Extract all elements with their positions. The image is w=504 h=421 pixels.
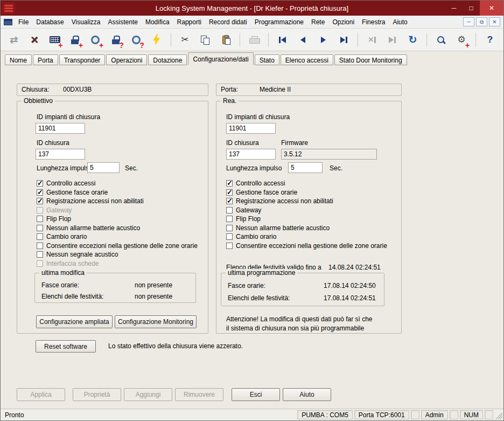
actual-checkbox-consentire-eccezioni-nella-gestione-delle-zone-orarie[interactable]: Consentire eccezioni nella gestione dell… — [226, 241, 387, 250]
reset-software-button[interactable]: Reset software — [36, 340, 96, 353]
maximize-button[interactable]: □ — [463, 1, 480, 16]
new-lock-button[interactable]: + — [66, 31, 84, 49]
cut-button[interactable]: ✂ — [176, 31, 194, 49]
checkbox-box[interactable] — [226, 198, 233, 204]
obbiettivo-group: Obbiettivo ID impianti di chiusura 11901… — [17, 101, 208, 334]
target-checkbox-nessun-segnale-acustico[interactable]: Nessun segnale acustico — [37, 250, 118, 258]
checkbox-box[interactable] — [226, 189, 233, 196]
program-button[interactable] — [148, 31, 166, 49]
mdi-minimize-button[interactable]: ─ — [463, 17, 474, 26]
paste-button[interactable] — [216, 31, 235, 49]
previous-record-button[interactable] — [294, 31, 312, 49]
last-record-button[interactable] — [334, 31, 353, 49]
previous-record-icon — [300, 37, 305, 43]
actual-checkbox-flip-flop[interactable]: Flip Flop — [226, 215, 261, 223]
checkbox-box[interactable] — [37, 180, 43, 187]
target-checkbox-gestione-fasce-orarie[interactable]: Gestione fasce orarie — [37, 188, 108, 196]
menu-item-record-didati[interactable]: Record didati — [205, 16, 251, 28]
target-checkbox-flip-flop[interactable]: Flip Flop — [37, 215, 71, 223]
ultima-modifica-row-value: non presente — [135, 293, 172, 300]
tab-porta[interactable]: Porta — [33, 54, 58, 65]
footer-button-aiuto[interactable]: Aiuto — [283, 388, 331, 401]
target-checkbox-nessun-allarme-batterie-acustico[interactable]: Nessun allarme batterie acustico — [37, 224, 140, 232]
checkbox-box[interactable] — [226, 180, 233, 187]
target-id-impianti-input[interactable]: 11901 — [36, 123, 85, 134]
resize-grip[interactable] — [495, 412, 502, 419]
target-checkbox-controllo-accessi[interactable]: Controllo accessi — [37, 179, 95, 187]
disconnect-button[interactable]: ✕ — [25, 31, 44, 49]
search-button[interactable] — [432, 31, 450, 49]
menu-item-file[interactable]: File — [15, 16, 32, 28]
actual-lunghezza-input[interactable]: 5 — [288, 162, 323, 173]
target-checkbox-cambio-orario[interactable]: Cambio orario — [37, 232, 87, 240]
document-icon[interactable] — [4, 19, 12, 25]
mdi-close-button[interactable]: ✕ — [489, 17, 500, 26]
configurazione-monitoring-button[interactable]: Configurazione Monitoring — [115, 315, 197, 328]
options-gear-button[interactable]: ⚙+ — [452, 31, 471, 49]
minimize-button[interactable]: ─ — [445, 1, 463, 16]
checkbox-box[interactable] — [37, 189, 43, 196]
actual-checkbox-gestione-fasce-orarie[interactable]: Gestione fasce orarie — [226, 188, 297, 196]
actual-checkbox-nessun-allarme-batterie-acustico[interactable]: Nessun allarme batterie acustico — [226, 224, 330, 232]
read-lock-button[interactable]: ? — [107, 31, 125, 49]
tab-stato-door-monitoring[interactable]: Stato Door Monitoring — [334, 54, 407, 65]
toolbar-separator — [426, 33, 427, 47]
read-transponder-button[interactable]: ? — [127, 31, 145, 49]
refresh-button[interactable]: ↻ — [404, 31, 422, 49]
menu-item-modifica[interactable]: Modifica — [142, 16, 173, 28]
menu-item-opzioni[interactable]: Opzioni — [328, 16, 358, 28]
new-locking-system-button[interactable]: + — [46, 31, 64, 49]
copy-button[interactable] — [196, 31, 214, 49]
app-menu-icon[interactable] — [2, 2, 15, 14]
actual-checkbox-controllo-accessi[interactable]: Controllo accessi — [226, 179, 285, 187]
menu-item-aiuto[interactable]: Aiuto — [389, 16, 411, 28]
checkbox-box[interactable] — [226, 207, 233, 213]
menu-item-rete[interactable]: Rete — [307, 16, 328, 28]
menu-item-assistente[interactable]: Assistente — [104, 16, 142, 28]
target-id-chiusura-input[interactable]: 137 — [36, 149, 85, 160]
target-lunghezza-input[interactable]: 5 — [87, 162, 120, 173]
menu-item-database[interactable]: Database — [32, 16, 67, 28]
tab-transponder[interactable]: Transponder — [59, 54, 106, 65]
actual-checkbox-gateway[interactable]: Gateway — [226, 206, 261, 214]
checkbox-box[interactable] — [37, 198, 43, 204]
next-record-button[interactable] — [314, 31, 332, 49]
actual-checkbox-cambio-orario[interactable]: Cambio orario — [226, 232, 276, 240]
new-transponder-button[interactable]: + — [86, 31, 104, 49]
close-button[interactable]: ✕ — [480, 1, 503, 16]
checkbox-box[interactable] — [226, 216, 233, 222]
tab-operazioni[interactable]: Operazioni — [106, 54, 147, 65]
rea-group-title: Rea. — [221, 97, 239, 105]
checkbox-box[interactable] — [37, 216, 43, 222]
footer-button-esci[interactable]: Esci — [232, 388, 280, 401]
menu-item-finestra[interactable]: Finestra — [358, 16, 389, 28]
ultima-programmazione-row-label: Fasce orarie: — [228, 282, 265, 289]
target-checkbox-consentire-eccezioni-nella-gestione-delle-zone-orarie[interactable]: Consentire eccezioni nella gestione dell… — [37, 241, 198, 250]
checkbox-box[interactable] — [37, 251, 43, 258]
actual-checkbox-registrazione-accessi-non-abilitati[interactable]: Registrazione accessi non abilitati — [226, 197, 333, 205]
checkbox-box[interactable] — [226, 243, 233, 249]
last-record-icon — [340, 37, 347, 43]
checkbox-box[interactable] — [37, 233, 43, 240]
actual-id-chiusura-input[interactable]: 137 — [226, 149, 276, 160]
tab-configurazione-dati[interactable]: Configurazione/dati — [188, 52, 253, 65]
checkbox-label: Nessun segnale acustico — [46, 251, 118, 258]
help-button[interactable]: ? — [481, 31, 499, 49]
help-icon: ? — [487, 35, 493, 44]
menu-item-visualizza[interactable]: Visualizza — [68, 16, 104, 28]
tab-nome[interactable]: Nome — [5, 54, 32, 65]
tab-elenco-accessi[interactable]: Elenco accessi — [281, 54, 333, 65]
menu-item-rapporti[interactable]: Rapporti — [173, 16, 205, 28]
mdi-restore-button[interactable]: ⧉ — [476, 17, 487, 26]
checkbox-box[interactable] — [226, 233, 233, 240]
checkbox-box[interactable] — [37, 243, 43, 249]
checkbox-box[interactable] — [37, 225, 43, 231]
actual-id-impianti-input[interactable]: 11901 — [226, 123, 276, 134]
configurazione-ampliata-button[interactable]: Configurazione ampliata — [36, 315, 113, 328]
checkbox-box[interactable] — [226, 225, 233, 231]
menu-item-programmazione[interactable]: Programmazione — [251, 16, 307, 28]
target-checkbox-registrazione-accessi-non-abilitati[interactable]: Registrazione accessi non abilitati — [37, 197, 144, 205]
tab-stato[interactable]: Stato — [255, 54, 279, 65]
first-record-button[interactable] — [274, 31, 292, 49]
tab-dotazione[interactable]: Dotazione — [148, 54, 187, 65]
